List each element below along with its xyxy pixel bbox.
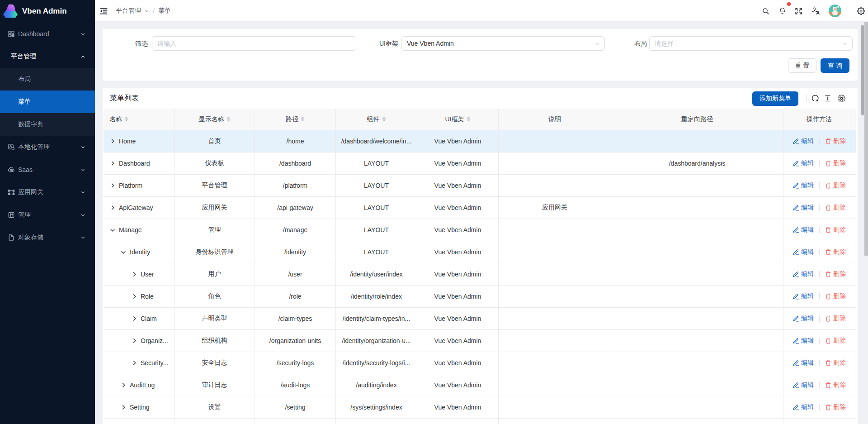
svg-text:A: A	[816, 10, 820, 15]
